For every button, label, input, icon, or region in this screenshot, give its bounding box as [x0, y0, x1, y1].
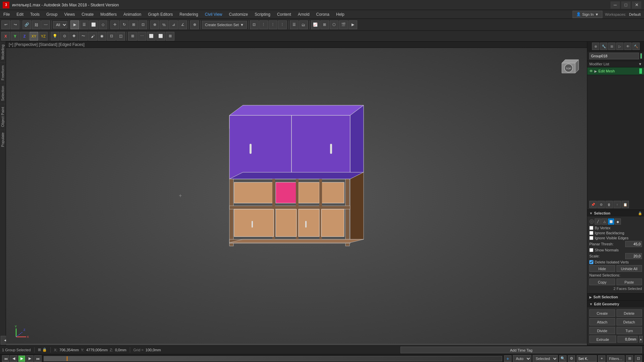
menu-edit[interactable]: Edit [13, 10, 27, 18]
go-to-start-button[interactable]: ⏮ [2, 355, 9, 362]
modifier-entry[interactable]: 👁 ▶ Edit Mesh [587, 67, 644, 75]
menu-scripting[interactable]: Scripting [251, 10, 274, 18]
filters-button[interactable]: Filters... [607, 355, 625, 362]
x-axis-button[interactable]: X [1, 32, 10, 41]
display-tab-icon[interactable]: 👁 [624, 43, 632, 50]
hierarchy-button[interactable]: ⊕ [190, 20, 199, 29]
select-object-button[interactable]: ▶ [70, 20, 79, 29]
soft-selection-header[interactable]: ▶ Soft Selection [587, 294, 644, 300]
object-name-input[interactable] [589, 53, 639, 59]
align3-button[interactable]: ⋮ [278, 20, 287, 29]
sidebar-tab-modeling[interactable]: Modeling [0, 42, 6, 62]
menu-help[interactable]: Help [333, 10, 348, 18]
modify-tab-icon[interactable]: 🔧 [600, 43, 607, 50]
show-normals-checkbox[interactable] [589, 248, 593, 252]
sign-in-button[interactable]: 👤 Sign In ▼ [573, 11, 602, 18]
filter-dropdown[interactable]: All [53, 21, 67, 28]
unlink-button[interactable]: ⛓ [32, 20, 41, 29]
extrude-spinner-up[interactable]: ▲ [639, 336, 643, 343]
viewport[interactable]: [+] [Perspective] [Standard] [Edged Face… [6, 42, 587, 345]
material-editor-button[interactable]: ⬡ [330, 20, 338, 29]
axis-constraints-button[interactable]: ⋯ [138, 32, 146, 41]
nav-cube[interactable]: TOP [557, 55, 580, 78]
render-button[interactable]: ▶ [348, 20, 357, 29]
delete-mod-icon[interactable]: 🗑 [605, 201, 613, 208]
isolate-sel-button[interactable]: ◉ [98, 32, 106, 41]
render-setup-button[interactable]: 🎬 [339, 20, 348, 29]
sidebar-tab-freeform[interactable]: Freeform [0, 62, 6, 83]
snap-icon[interactable]: ⊞ [38, 348, 41, 352]
menu-arnold[interactable]: Arnold [294, 10, 313, 18]
select-by-name-button[interactable]: ☰ [80, 20, 89, 29]
menu-graph-editors[interactable]: Graph Editors [145, 10, 176, 18]
redo-button[interactable]: ↪ [11, 20, 19, 29]
sidebar-tab-object-paint[interactable]: Object Paint [0, 104, 6, 130]
rotate-button[interactable]: ↻ [120, 20, 128, 29]
snap-settings-button[interactable]: ⊞ [128, 32, 137, 41]
lock-icon[interactable]: 🔒 [42, 348, 47, 352]
space-warp-button[interactable]: 〜 [79, 32, 88, 41]
yz-plane-button[interactable]: YZ [39, 32, 48, 41]
minimize-button[interactable]: ─ [610, 1, 620, 9]
rect-select-button[interactable]: ⬜ [89, 20, 98, 29]
pin-stack-icon[interactable]: 📌 [589, 201, 597, 208]
divide-button[interactable]: Divide [589, 327, 615, 334]
menu-group[interactable]: Group [43, 10, 61, 18]
extrude-value-input[interactable] [618, 336, 638, 343]
sidebar-tab-selection[interactable]: Selection [0, 83, 6, 104]
scale2-button[interactable]: ⊡ [139, 20, 147, 29]
menu-views[interactable]: Views [61, 10, 78, 18]
extrude-button[interactable]: Extrude [589, 336, 616, 343]
polygon-icon[interactable]: ⬜ [608, 219, 614, 225]
move-up-icon[interactable]: ↑ [613, 201, 621, 208]
extra-controls[interactable]: ⊞ [626, 355, 633, 362]
maximize-button[interactable]: □ [621, 1, 631, 9]
scale-button[interactable]: ⊞ [129, 20, 138, 29]
utilities-tab-icon[interactable]: 🔨 [632, 43, 640, 50]
hide-button[interactable]: Hide [589, 265, 615, 272]
curve-editor-button[interactable]: 📈 [311, 20, 320, 29]
menu-civil-view[interactable]: Civil View [202, 10, 226, 18]
hierarchy-tab-icon[interactable]: ⊞ [608, 43, 615, 50]
scene-explorer-button[interactable]: 🗂 [299, 20, 308, 29]
schematic-button[interactable]: ⊞ [320, 20, 329, 29]
next-frame-button[interactable]: ▶ [26, 355, 34, 362]
motion-tab-icon[interactable]: ▷ [616, 43, 624, 50]
selected-dropdown[interactable]: Selected [533, 355, 558, 362]
planar-thresh-input[interactable] [625, 241, 642, 247]
paint-button[interactable]: 🖌 [88, 32, 97, 41]
z-axis-button[interactable]: Z [20, 32, 29, 41]
sidebar-tab-populate[interactable]: Populate [0, 129, 6, 149]
object-color-swatch[interactable] [640, 53, 642, 59]
close-button[interactable]: ✕ [632, 1, 641, 9]
edit-geometry-header[interactable]: ▼ Edit Geometry [587, 301, 644, 307]
turn-button[interactable]: Turn [616, 327, 642, 334]
modifier-expand-icon[interactable]: ▶ [594, 69, 597, 73]
view-ports-button[interactable]: ⬜ [147, 32, 156, 41]
lasso-select-button[interactable]: ◇ [99, 20, 107, 29]
configure-icon[interactable]: ⚙ [597, 201, 605, 208]
by-vertex-checkbox[interactable] [589, 226, 593, 230]
viewport-4-button[interactable]: ⊞ [166, 32, 174, 41]
modifier-list-dropdown-icon[interactable]: ▼ [638, 62, 642, 66]
selection-section-header[interactable]: ▼ Selection 🔒 [587, 210, 644, 217]
snap-toggle-button[interactable]: ⊿ [169, 20, 178, 29]
copy-button[interactable]: Copy [589, 279, 615, 285]
menu-customize[interactable]: Customize [226, 10, 252, 18]
align-button[interactable]: ⋮ [259, 20, 268, 29]
add-key-button[interactable]: + [504, 355, 512, 362]
modifier-eye-icon[interactable]: 👁 [589, 69, 593, 73]
menu-rendering[interactable]: Rendering [176, 10, 201, 18]
delete-isolated-checkbox[interactable] [589, 260, 593, 264]
ignore-backfacing-checkbox[interactable] [589, 231, 593, 235]
menu-file[interactable]: File [0, 10, 13, 18]
delete-button[interactable]: Delete [616, 309, 642, 317]
mirror-button[interactable]: ⊡ [250, 20, 259, 29]
add-time-tag-button[interactable]: Add Time Tag [400, 347, 642, 353]
menu-tools[interactable]: Tools [27, 10, 43, 18]
prev-frame-button[interactable]: ◀ [10, 355, 17, 362]
viewport-canvas[interactable]: + TOP X Y Z [6, 48, 587, 344]
paste-button[interactable]: Paste [616, 279, 642, 285]
ignore-visible-edges-checkbox[interactable] [589, 236, 593, 240]
auto-key-dropdown[interactable]: Auto [513, 355, 531, 362]
